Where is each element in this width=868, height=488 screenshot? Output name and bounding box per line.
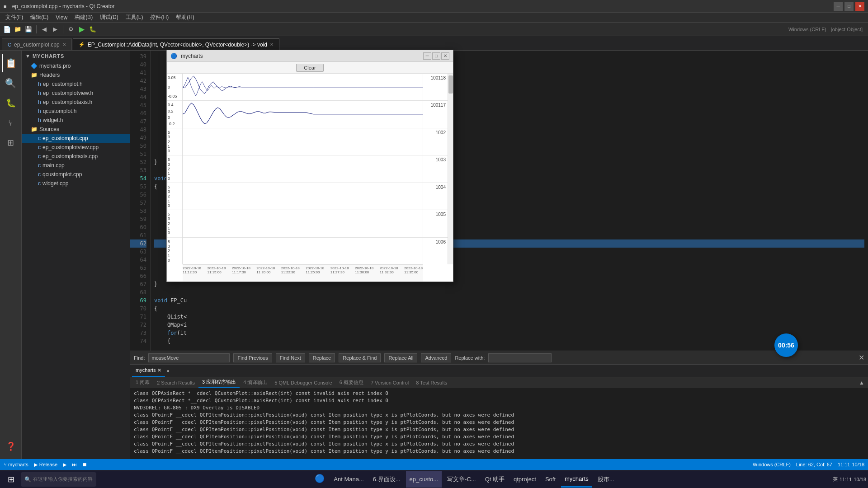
- chart-y-labels: 0.050-0.05 0.40.20-0.2 53210 53210 53210: [167, 74, 183, 264]
- sidebar-item-ep-customplotaxis-h[interactable]: h ep_customplotaxis.h: [22, 98, 130, 107]
- status-build-icon: ▶: [34, 462, 38, 468]
- taskbar-ant[interactable]: Ant Mana...: [330, 471, 367, 488]
- activity-search[interactable]: 🔍: [2, 74, 20, 92]
- toolbar-run[interactable]: ▶: [77, 24, 87, 34]
- chart-body: 0.050-0.05 0.40.20-0.2 53210 53210 53210: [167, 74, 453, 282]
- chart-scrollbar[interactable]: [448, 74, 453, 264]
- sidebar-item-ep-customplotview-h[interactable]: h ep_customplotview.h: [22, 89, 130, 98]
- sidebar-item-ep-customplotaxis-cpp[interactable]: c ep_customplotaxis.cpp: [22, 152, 130, 161]
- advanced-btn[interactable]: Advanced: [421, 353, 451, 362]
- toolbar-save[interactable]: 💾: [24, 24, 33, 34]
- menu-build[interactable]: 构建(B): [71, 13, 96, 22]
- taskbar-ep[interactable]: ep_custo...: [406, 471, 442, 488]
- activity-explorer[interactable]: 📋: [2, 54, 20, 72]
- toolbar-open[interactable]: 📁: [13, 24, 23, 34]
- taskbar-qt[interactable]: 🔵: [311, 471, 328, 488]
- tab-adddata[interactable]: ⚡ EP_Customplot::AddData(int, QVector<do…: [73, 38, 279, 50]
- taskbar-qthelp[interactable]: Qt 助手: [481, 471, 508, 488]
- menu-bar: 文件(F) 编辑(E) View 构建(B) 调试(D) 工具(L) 控件(H)…: [0, 13, 868, 23]
- menu-controls[interactable]: 控件(H): [146, 13, 172, 22]
- tab-label-1: ep_customplot.cpp: [14, 42, 60, 48]
- sidebar-item-ep-customplot-h[interactable]: h ep_customplot.h: [22, 80, 130, 89]
- clear-btn[interactable]: Clear: [296, 64, 323, 72]
- taskbar-qtproject[interactable]: qtproject: [510, 471, 540, 488]
- chart-channel-ids: 100118 100117 1002 1003 1004 1005 1006: [423, 74, 448, 264]
- output-tab-3[interactable]: 3 应用程序输出: [198, 377, 240, 388]
- toolbar-build[interactable]: ⚙: [66, 24, 76, 34]
- find-prev-btn[interactable]: Find Previous: [233, 353, 272, 362]
- output-tab-2[interactable]: 2 Search Results: [153, 377, 198, 388]
- activity-git[interactable]: ⑂: [2, 114, 20, 132]
- toolbar: 📄 📁 💾 ◀ ▶ ⚙ ▶ 🐛 Windows (CRLF) [object O…: [0, 23, 868, 36]
- chart-plot-1: [183, 74, 423, 101]
- chart-maximize-btn[interactable]: □: [432, 52, 440, 60]
- replace-all-btn[interactable]: Replace All: [384, 353, 417, 362]
- status-branch: ⑂ mycharts: [4, 462, 28, 467]
- search-btn[interactable]: 🔍 在这里输入你要搜索的内容: [21, 472, 96, 487]
- chart-minimize-btn[interactable]: ─: [423, 52, 431, 60]
- tab-close-1[interactable]: ✕: [62, 42, 66, 47]
- activity-help[interactable]: ❓: [2, 437, 20, 455]
- sidebar-sources-folder[interactable]: 📁 Sources: [22, 125, 130, 134]
- menu-tools[interactable]: 工具(L): [122, 13, 147, 22]
- menu-debug[interactable]: 调试(D): [96, 13, 122, 22]
- chart-close-btn[interactable]: ✕: [441, 52, 449, 60]
- sidebar-item-ep-customplotview-cpp[interactable]: c ep_customplotview.cpp: [22, 143, 130, 152]
- tab-ep-customplot[interactable]: C ep_customplot.cpp ✕: [2, 38, 72, 50]
- toolbar-debug[interactable]: 🐛: [88, 24, 98, 34]
- sidebar-project-header[interactable]: ▼mycharts: [22, 51, 130, 61]
- find-input[interactable]: [148, 353, 230, 362]
- taskbar-stocks[interactable]: 股市...: [594, 471, 618, 488]
- activity-debug[interactable]: 🐛: [2, 94, 20, 112]
- start-btn[interactable]: ⊞: [2, 471, 20, 488]
- menu-file[interactable]: 文件(F): [2, 13, 27, 22]
- sidebar-item-qcustomplot-h[interactable]: h qcustomplot.h: [22, 107, 130, 116]
- output-tab-up-btn[interactable]: ▲: [857, 380, 866, 386]
- output-tab-mycharts[interactable]: mycharts ✕: [132, 365, 165, 377]
- taskbar-ui[interactable]: 6.界面设...: [369, 471, 404, 488]
- chart-plots-area[interactable]: [183, 74, 423, 264]
- taskbar-soft[interactable]: Soft: [542, 471, 559, 488]
- menu-edit[interactable]: 编辑(E): [27, 13, 52, 22]
- minimize-btn[interactable]: ─: [834, 2, 843, 11]
- find-close-btn[interactable]: ✕: [859, 353, 864, 362]
- sidebar: ▼mycharts 🔷 mycharts.pro 📁 Headers h ep_…: [22, 51, 130, 459]
- sidebar-item-ep-customplot-cpp[interactable]: c ep_customplot.cpp: [22, 134, 130, 143]
- sidebar-item-qcustomplot-cpp[interactable]: c qcustomplot.cpp: [22, 170, 130, 179]
- output-tab-6[interactable]: 6 概要信息: [336, 377, 367, 388]
- sidebar-headers-folder[interactable]: 📁 Headers: [22, 70, 130, 80]
- menu-help[interactable]: 帮助(H): [172, 13, 198, 22]
- sidebar-item-widget-h[interactable]: h widget.h: [22, 116, 130, 125]
- status-bar: ⑂ mycharts ▶ Release ▶ ⏭ ⏹ Windows (CRLF…: [0, 459, 868, 470]
- output-tab-4[interactable]: 4 编译输出: [240, 377, 271, 388]
- tab-close-2[interactable]: ✕: [270, 42, 274, 47]
- replace-label: Replace with:: [455, 355, 485, 361]
- line-numbers: 39 40 41 42 43 44 45 46 47 48 49 50 51 5…: [130, 51, 151, 351]
- chart-plot-7: [183, 238, 423, 264]
- taskbar-mycharts[interactable]: mycharts: [561, 471, 592, 488]
- close-btn[interactable]: ✕: [855, 2, 864, 11]
- toolbar-back[interactable]: ◀: [39, 24, 49, 34]
- sidebar-item-widget-cpp[interactable]: c widget.cpp: [22, 179, 130, 188]
- chart-plot-6: [183, 210, 423, 237]
- sidebar-item-main-cpp[interactable]: c main.cpp: [22, 161, 130, 170]
- output-tab-8[interactable]: 8 Test Results: [412, 377, 451, 388]
- taskbar-write[interactable]: 写文章-C...: [443, 471, 480, 488]
- output-tab-5[interactable]: 5 QML Debugger Console: [271, 377, 335, 388]
- status-date: 10/18: [852, 462, 864, 467]
- output-tab-7[interactable]: 7 Version Control: [367, 377, 412, 388]
- toolbar-forward[interactable]: ▶: [50, 24, 60, 34]
- activity-extensions[interactable]: ⊞: [2, 134, 20, 152]
- output-tab-1[interactable]: 1 闭幕: [132, 377, 153, 388]
- toolbar-new[interactable]: 📄: [2, 24, 12, 34]
- find-next-btn[interactable]: Find Next: [276, 353, 305, 362]
- maximize-btn[interactable]: □: [844, 2, 854, 11]
- menu-view[interactable]: View: [52, 14, 71, 22]
- tab-bar: C ep_customplot.cpp ✕ ⚡ EP_Customplot::A…: [0, 36, 868, 51]
- replace-input[interactable]: [488, 353, 552, 362]
- replace-btn[interactable]: Replace: [309, 353, 335, 362]
- output-tab-bar: mycharts ✕ ●: [130, 365, 868, 377]
- chart-plot-3: [183, 128, 423, 155]
- sidebar-item-mycharts-pro[interactable]: 🔷 mycharts.pro: [22, 61, 130, 70]
- replace-find-btn[interactable]: Replace & Find: [339, 353, 381, 362]
